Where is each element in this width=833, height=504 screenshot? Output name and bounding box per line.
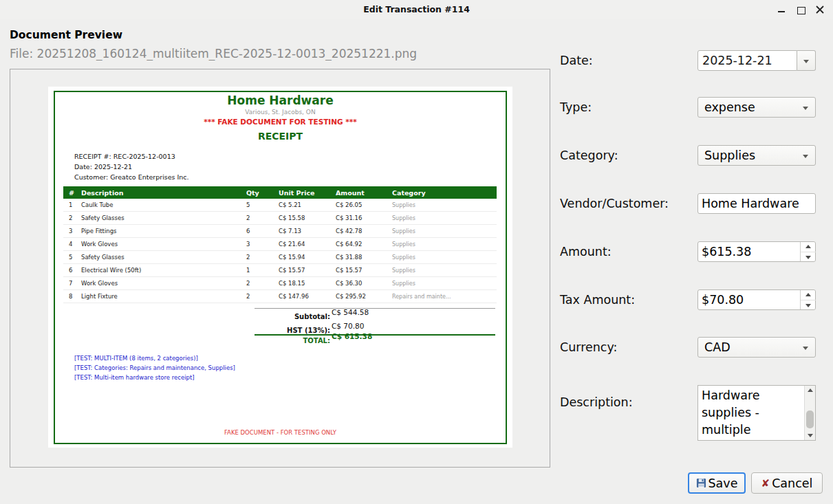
chevron-down-icon xyxy=(803,155,808,158)
type-label: Type: xyxy=(560,97,592,118)
subtotal-row: Subtotal: C$ 544.58 xyxy=(199,313,426,322)
description-textarea[interactable]: Hardware supplies - multiple xyxy=(698,386,804,440)
maximize-icon[interactable] xyxy=(796,5,805,14)
chevron-down-icon xyxy=(803,60,809,63)
category-select[interactable]: Supplies xyxy=(697,145,816,166)
spin-down-icon[interactable] xyxy=(801,300,816,309)
cancel-button-label: Cancel xyxy=(772,476,812,490)
amount-spinbox xyxy=(697,241,816,262)
type-select[interactable]: expense xyxy=(697,97,816,118)
tax-amount-spinbox xyxy=(697,289,816,310)
spin-up-icon[interactable] xyxy=(801,290,816,300)
category-label: Category: xyxy=(560,145,618,166)
total-separator xyxy=(255,334,495,336)
minimize-icon[interactable] xyxy=(777,5,786,14)
tax-amount-label: Tax Amount: xyxy=(560,289,635,310)
description-scrollbar[interactable] xyxy=(804,386,815,440)
spinner-buttons xyxy=(800,290,815,309)
close-icon[interactable] xyxy=(815,5,825,14)
spinner-buttons xyxy=(800,242,815,261)
scroll-up-icon[interactable] xyxy=(805,386,815,395)
currency-label: Currency: xyxy=(560,337,617,358)
receipt-customer-line: Customer: Greatco Enterprises Inc. xyxy=(74,172,189,182)
titlebar: Edit Transaction #114 xyxy=(0,0,833,19)
date-combobox[interactable]: 2025-12-21 xyxy=(697,50,816,71)
cancel-x-icon: ✘ xyxy=(761,477,770,490)
tax-amount-input[interactable] xyxy=(697,289,816,310)
category-value: Supplies xyxy=(704,149,755,162)
date-dropdown-button[interactable] xyxy=(797,50,816,71)
vendor-input[interactable] xyxy=(697,193,816,214)
receipt-title: RECEIPT xyxy=(48,131,512,142)
amount-label: Amount: xyxy=(560,241,612,262)
amount-input[interactable] xyxy=(697,241,816,262)
save-button-label: Save xyxy=(708,476,738,490)
currency-select[interactable]: CAD xyxy=(697,337,816,358)
floppy-disk-icon xyxy=(696,478,706,488)
spin-down-icon[interactable] xyxy=(801,252,816,261)
spin-up-icon[interactable] xyxy=(801,242,816,252)
cancel-button[interactable]: ✘ Cancel xyxy=(751,472,823,494)
vendor-label: Vendor/Customer: xyxy=(560,193,669,214)
receipt-fake-banner: *** FAKE DOCUMENT FOR TESTING *** xyxy=(48,118,512,126)
table-row: 7 Work Gloves 2 C$ 18.15 C$ 36.30 Suppli… xyxy=(63,277,497,290)
table-row: 3 Pipe Fittings 6 C$ 7.13 C$ 42.78 Suppl… xyxy=(63,225,497,238)
chevron-down-icon xyxy=(803,347,808,350)
scrollbar-thumb[interactable] xyxy=(806,410,814,428)
test-note: [TEST: Multi-item hardware store receipt… xyxy=(74,374,195,381)
window-title: Edit Transaction #114 xyxy=(0,4,833,14)
date-value[interactable]: 2025-12-21 xyxy=(697,50,797,71)
test-note: [TEST: Categories: Repairs and maintenan… xyxy=(74,364,235,371)
chevron-down-icon xyxy=(803,107,808,110)
description-field: Hardware supplies - multiple xyxy=(697,385,816,441)
table-row: 6 Electrical Wire (50ft) 1 C$ 15.57 C$ 1… xyxy=(63,264,497,277)
save-button[interactable]: Save xyxy=(688,472,746,494)
date-label: Date: xyxy=(560,50,593,71)
currency-value: CAD xyxy=(704,340,731,354)
type-value: expense xyxy=(704,100,755,114)
document-preview-heading: Document Preview xyxy=(10,29,122,41)
scroll-down-icon[interactable] xyxy=(805,430,815,440)
description-label: Description: xyxy=(560,392,633,413)
